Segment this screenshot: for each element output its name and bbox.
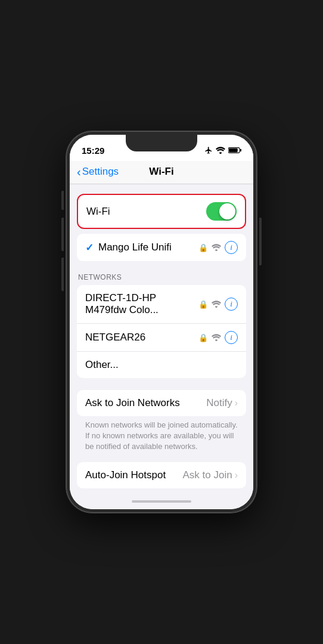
ask-to-join-chevron-icon: › bbox=[235, 398, 238, 408]
wifi-toggle-switch[interactable] bbox=[206, 202, 237, 221]
wifi-icon-2 bbox=[212, 334, 221, 341]
toggle-knob bbox=[219, 203, 235, 219]
back-label: Settings bbox=[82, 166, 119, 178]
auto-join-value: Ask to Join bbox=[183, 469, 232, 481]
wifi-icon-1 bbox=[212, 301, 221, 308]
ask-to-join-value: Notify bbox=[206, 397, 232, 409]
auto-join-value-container: Ask to Join › bbox=[183, 469, 238, 481]
network-row[interactable]: NETGEAR26 🔒 i bbox=[77, 324, 246, 352]
network-2-icons: 🔒 i bbox=[198, 331, 238, 344]
ask-to-join-description: Known networks will be joined automatica… bbox=[77, 416, 246, 459]
auto-join-block: Auto-Join Hotspot Ask to Join › Allow th… bbox=[77, 462, 246, 494]
lock-icon-1: 🔒 bbox=[198, 300, 208, 309]
connected-network-icons: 🔒 i bbox=[198, 241, 238, 254]
auto-join-description: Allow this device to automatically disco… bbox=[77, 488, 246, 494]
ask-to-join-label: Ask to Join Networks bbox=[85, 397, 180, 409]
auto-join-label: Auto-Join Hotspot bbox=[85, 469, 166, 481]
info-icon-2[interactable]: i bbox=[225, 331, 238, 344]
svg-rect-1 bbox=[240, 149, 241, 151]
info-icon-1[interactable]: i bbox=[225, 298, 238, 311]
other-network-label: Other... bbox=[85, 359, 119, 371]
status-time: 15:29 bbox=[82, 145, 104, 156]
back-button[interactable]: ‹ Settings bbox=[77, 166, 119, 178]
wifi-toggle-label: Wi-Fi bbox=[86, 206, 110, 218]
content-area: Wi-Fi ✓ Mango Life Unifi 🔒 i bbox=[70, 184, 253, 494]
auto-join-row[interactable]: Auto-Join Hotspot Ask to Join › bbox=[77, 462, 246, 488]
ask-to-join-value-container: Notify › bbox=[206, 397, 238, 409]
lock-icon: 🔒 bbox=[198, 243, 208, 252]
airplane-icon bbox=[204, 146, 213, 154]
phone-frame: 15:29 ‹ Set bbox=[66, 131, 257, 513]
page-title: Wi-Fi bbox=[149, 166, 173, 178]
network-2-name: NETGEAR26 bbox=[85, 332, 198, 343]
wifi-status-icon bbox=[216, 147, 225, 154]
nav-bar: ‹ Settings Wi-Fi bbox=[70, 161, 253, 184]
connected-network-row[interactable]: ✓ Mango Life Unifi 🔒 i bbox=[77, 234, 246, 261]
network-1-name: DIRECT-1D-HP M479fdw Colo... bbox=[85, 292, 198, 316]
volume-up-button[interactable] bbox=[61, 218, 64, 251]
network-1-icons: 🔒 i bbox=[198, 298, 238, 311]
wifi-signal-icon bbox=[212, 244, 221, 251]
info-icon[interactable]: i bbox=[225, 241, 238, 254]
networks-section-label: NETWORKS bbox=[77, 273, 246, 281]
back-chevron-icon: ‹ bbox=[77, 166, 81, 178]
auto-join-chevron-icon: › bbox=[235, 470, 238, 481]
wifi-toggle-row[interactable]: Wi-Fi bbox=[78, 195, 245, 228]
ask-to-join-block: Ask to Join Networks Notify › Known netw… bbox=[77, 390, 246, 459]
battery-icon bbox=[228, 147, 241, 154]
phone-screen: 15:29 ‹ Set bbox=[70, 135, 253, 509]
connected-network-name: Mango Life Unifi bbox=[98, 242, 198, 253]
checkmark-icon: ✓ bbox=[85, 242, 94, 254]
home-indicator bbox=[70, 494, 253, 509]
other-network-row[interactable]: Other... bbox=[77, 352, 246, 378]
volume-down-button[interactable] bbox=[61, 258, 64, 291]
lock-icon-2: 🔒 bbox=[198, 333, 208, 342]
wifi-toggle-container: Wi-Fi bbox=[77, 194, 246, 229]
networks-list: DIRECT-1D-HP M479fdw Colo... 🔒 i NETGEAR… bbox=[77, 285, 246, 378]
status-icons bbox=[204, 146, 241, 154]
ask-to-join-row[interactable]: Ask to Join Networks Notify › bbox=[77, 390, 246, 416]
network-row[interactable]: DIRECT-1D-HP M479fdw Colo... 🔒 i bbox=[77, 285, 246, 324]
notch bbox=[126, 135, 197, 151]
home-bar bbox=[132, 500, 191, 503]
power-button[interactable] bbox=[259, 218, 262, 265]
svg-rect-2 bbox=[229, 148, 238, 153]
mute-button[interactable] bbox=[61, 191, 64, 210]
